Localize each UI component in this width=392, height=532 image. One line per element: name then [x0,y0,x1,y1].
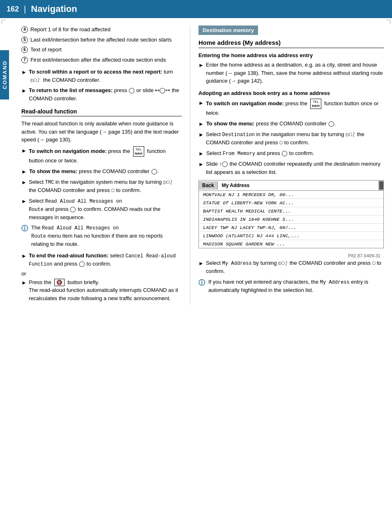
adopting-address-title: Adopting an address book entry as a home… [198,90,384,96]
bullet-arrow: ► [198,120,204,128]
info-block-my-address: ⓘ If you have not yet entered any charac… [198,278,384,294]
bullet-text: Select Destination in the navigation men… [206,130,384,147]
tel-navi-button-icon-r: TELNAVI [310,99,321,109]
bullet-text: To switch on navigation mode: press the … [29,146,182,165]
item-text-5: Last exit/intersection before the affect… [30,36,172,44]
bold-prefix: To scroll within a report or to access t… [29,69,162,75]
bullet-arrow: ► [198,99,203,117]
bullet-arrow: ► [198,160,203,176]
bullet-select-my-address: ► Select My Address by turning ⟄◯⟅ the C… [198,259,384,275]
list-item: 4 Report 1 of 8 for the road affected [21,25,182,34]
info-text: The Read Aloud All Messages onRoute menu… [31,224,182,248]
list-item: BAPTIST HEALTH MEDICAL CENTE... [199,207,383,215]
read-aloud-intro: The read-aloud function is only availabl… [21,120,182,144]
bullet-end-read-aloud: ► To end the read-aloud function: select… [21,252,182,268]
page-title: Navigation [31,4,77,14]
bold-prefix: To end the read-aloud function: [29,252,108,259]
bullet-text: To return to the list of messages: press… [29,86,182,102]
list-item: LINWOOD (ATLANTIC) NJ 444 LINC,... [199,232,383,240]
address-item-text: MADISON SQUARE GARDEN NEW ... [203,241,285,247]
entering-address-title: Entering the home address via address en… [198,52,384,58]
section-title-read-aloud: Read-aloud function [21,108,182,116]
bullet-arrow: ► [21,87,26,102]
info-icon: ⓘ [21,224,29,248]
bullet-return-list: ► To return to the list of messages: pre… [21,86,182,102]
bold-prefix: To return to the list of messages: [29,87,113,93]
bullet-text: To end the read-aloud function: select C… [29,252,182,268]
list-item: MONTVALE NJ 1 MERCEDES DR, 00... [199,191,383,199]
bullet-scroll-report: ► To scroll within a report or to access… [21,68,182,84]
address-list-header: Back My Address [199,180,383,191]
bullet-text: To switch on navigation mode: press the … [206,99,384,117]
destination-label: Destination [222,132,255,138]
item-text-7: First exit/intersection after the affect… [30,56,166,64]
bullet-arrow: ► [21,68,26,84]
item-number-4: 4 [21,26,28,33]
bullet-text: Select From Memory and press ◯ to confir… [206,149,314,158]
tel-navi-button-icon: TELNAVI [133,146,144,157]
my-address-label: My Address [222,261,252,266]
list-item: 7 First exit/intersection after the affe… [21,56,182,64]
bullet-select-from-memory: ► Select From Memory and press ◯ to conf… [198,149,384,158]
bullet-show-menu-right: ► To show the menu: press the COMAND con… [198,120,384,128]
list-item: STATUE Of LIBERTY-NEW YORK AC... [199,199,383,207]
right-column: Destination memory Home address (My addr… [190,25,392,305]
page-header: 162 | Navigation [0,0,392,18]
bullet-arrow: ► [21,168,27,176]
scroll-thumb[interactable] [379,181,383,190]
bullet-enter-home: ► Enter the home address as a destinatio… [198,61,384,85]
list-item: INDIANAPOLIS IN 1840 KOEHNE S... [199,215,383,224]
list-item: 5 Last exit/intersection before the affe… [21,36,182,44]
corner-mark-tl [2,20,6,24]
address-item-text: BAPTIST HEALTH MEDICAL CENTE... [203,208,291,214]
or-line: or [21,271,182,277]
mute-button-icon: 🔇 [54,279,65,286]
address-list-box: Back My Address MONTVALE NJ 1 MERCEDES D… [198,180,384,248]
address-list-title: My Address [218,181,378,190]
bullet-arrow: ► [21,197,26,222]
bullet-show-menu: ► To show the menu: press the COMAND con… [21,167,182,176]
item-number-7: 7 [21,57,28,63]
my-address-label2: My Address [320,280,350,285]
address-item-text: LACEY TWP NJ LACEY TWP-NJ, 00/... [203,225,297,230]
bold-prefix: To switch on navigation mode: [206,100,284,106]
bullet-arrow: ► [21,178,26,194]
bullet-select-tmc: ► Select TMC in the navigation system me… [21,178,182,194]
bullet-arrow: ► [198,150,204,158]
dest-memory-header: Destination memory [198,25,258,35]
bullet-switch-nav-mode: ► To switch on navigation mode: press th… [21,146,182,165]
back-button[interactable]: Back [199,181,218,190]
bullet-text: Select TMC in the navigation system menu… [29,178,182,194]
bold-prefix: To show the menu: [206,120,254,127]
from-memory-label: From Memory [223,151,255,157]
left-column: 4 Report 1 of 8 for the road affected 5 … [9,25,190,305]
header-divider: | [24,5,26,14]
info-icon2: ⓘ [198,278,206,294]
bullet-text: Select My Address by turning ⟄◯⟅ the COM… [206,259,384,275]
address-item-text: INDIANAPOLIS IN 1840 KOEHNE S... [203,217,294,222]
content-wrapper: COMAND 4 Report 1 of 8 for the road affe… [0,18,392,312]
bullet-text: To show the menu: press the COMAND contr… [29,167,159,176]
info-block-read-aloud: ⓘ The Read Aloud All Messages onRoute me… [21,224,182,248]
page-number: 162 [7,5,19,14]
bullet-text: Enter the home address as a destination,… [206,61,384,85]
list-item: LACEY TWP NJ LACEY TWP-NJ, 00/... [199,224,383,232]
bullet-select-destination: ► Select Destination in the navigation m… [198,130,384,147]
address-item-text: STATUE Of LIBERTY-NEW YORK AC... [203,200,294,206]
bullet-switch-nav-mode-right: ► To switch on navigation mode: press th… [198,99,384,117]
bullet-text: Select Read Aloud All Messages onRoute a… [29,197,182,222]
item-text-4: Report 1 of 8 for the road affected [30,25,111,34]
list-item: 6 Text of report [21,46,182,54]
bullet-press-button: ► Press the 🔇 button briefly. The read-a… [21,278,182,303]
scroll-bar[interactable] [378,180,383,190]
bullet-text: Slide ↑◯ the COMAND controller repeatedl… [206,160,384,176]
bullet-arrow: ► [198,61,203,85]
figure-label: P82.87-5409-31 [198,252,384,259]
bullet-text: To scroll within a report or to access t… [29,68,182,84]
read-aloud-menu-label: Read Aloud All Messages onRoute [29,199,122,213]
address-item-text: LINWOOD (ATLANTIC) NJ 444 LINC,... [203,233,300,238]
bullet-select-read-aloud: ► Select Read Aloud All Messages onRoute… [21,197,182,222]
item-number-5: 5 [21,37,28,43]
bullet-arrow: ► [198,131,203,147]
list-item: MADISON SQUARE GARDEN NEW ... [199,240,383,248]
